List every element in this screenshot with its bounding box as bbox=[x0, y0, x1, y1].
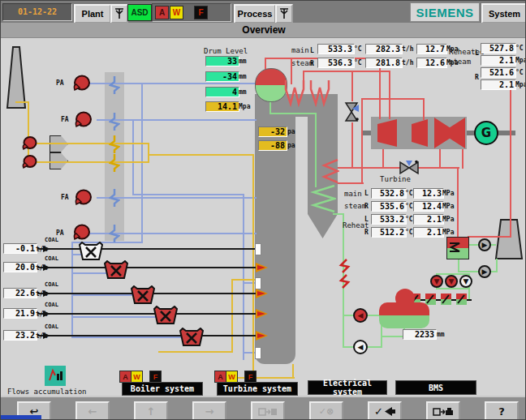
cooling-water-pump-icon[interactable]: ▶ bbox=[478, 238, 491, 251]
page-select-icon bbox=[114, 8, 124, 19]
temp-unit: °C bbox=[354, 59, 362, 66]
furnace-pressure-unit: pa bbox=[287, 128, 295, 135]
system-button[interactable]: System bbox=[481, 3, 526, 24]
superheater-coil-icon bbox=[309, 79, 330, 107]
pa-fan-icon[interactable] bbox=[71, 224, 91, 242]
asd-status-badge[interactable]: ASD bbox=[127, 4, 152, 21]
condensate-pump-icon[interactable]: ▼ bbox=[459, 275, 472, 288]
process-page-select-button[interactable] bbox=[275, 4, 293, 24]
pipe bbox=[231, 279, 256, 281]
pipe bbox=[315, 113, 317, 187]
condensate-pump-icon[interactable]: ▼ bbox=[430, 275, 443, 288]
pa-fan-icon[interactable] bbox=[71, 75, 91, 92]
drum-level-value: 33 bbox=[205, 56, 239, 66]
coal-mill-4[interactable] bbox=[153, 306, 178, 328]
datetime-display: 01-12-22 17:26:25 bbox=[2, 3, 72, 21]
turbine-main-label: main bbox=[344, 190, 362, 198]
turbine-alarm-f-badge[interactable]: F bbox=[244, 371, 257, 383]
steam-drum bbox=[255, 68, 287, 102]
electrical-system-button[interactable]: Electrical system bbox=[308, 380, 387, 395]
alarm-a-badge[interactable]: A bbox=[155, 6, 169, 19]
pipe bbox=[436, 288, 470, 289]
feedwater-pump-icon[interactable]: ◀ bbox=[353, 340, 368, 354]
copy-view-button[interactable] bbox=[251, 401, 285, 420]
acknowledge-alarm-button[interactable]: ✓ bbox=[368, 401, 402, 420]
pipe bbox=[381, 336, 405, 337]
fan-label: FA bbox=[61, 116, 69, 123]
press-unit: MPa bbox=[442, 190, 454, 197]
press-unit: Mpa bbox=[515, 57, 526, 64]
air-heater-element-icon bbox=[109, 188, 120, 208]
condenser-coil-icon bbox=[447, 238, 467, 257]
boiler-alarm-a-badge[interactable]: A bbox=[119, 371, 132, 383]
turbine-temp: 512.2 bbox=[371, 227, 407, 238]
coal-line bbox=[32, 335, 257, 336]
fa-fan-icon[interactable] bbox=[73, 189, 93, 207]
nav-left-button[interactable]: ← bbox=[75, 401, 110, 420]
flow-arrow-icon bbox=[43, 264, 50, 271]
page-select-icon bbox=[279, 8, 289, 19]
temp-unit: °C bbox=[405, 190, 413, 197]
coal-flow-value: 21.9 bbox=[3, 308, 37, 319]
coal-line bbox=[32, 248, 257, 250]
check-icon: ✓ bbox=[374, 405, 383, 418]
deaerator-level-value: 2233 bbox=[403, 329, 437, 340]
pipe bbox=[303, 71, 390, 72]
coal-flow-value: 22.6 bbox=[3, 288, 37, 298]
mill-feed-pump-icon[interactable] bbox=[21, 155, 37, 169]
coal-flow-value: -0.1 bbox=[3, 243, 37, 254]
cooling-water-pump-icon[interactable]: ▶ bbox=[478, 265, 491, 278]
condensate-pump-icon[interactable]: ▼ bbox=[445, 275, 458, 288]
plant-button[interactable]: Plant bbox=[74, 4, 111, 24]
acknowledge-disabled-button[interactable]: ✓⊗ bbox=[309, 401, 343, 420]
pipe bbox=[510, 90, 511, 238]
flows-accumulation-label: Flows accumulation bbox=[7, 388, 87, 396]
feedwater-pump-icon[interactable]: ◀ bbox=[353, 308, 368, 323]
side-tag: R bbox=[364, 203, 369, 210]
turbine-alarm-a-badge[interactable]: A bbox=[214, 371, 226, 383]
flow-arrow-icon bbox=[43, 246, 50, 252]
coal-label: COAL bbox=[45, 281, 58, 288]
alarm-f-badge[interactable]: F bbox=[194, 6, 208, 19]
check-cross-icon: ✓⊗ bbox=[319, 406, 334, 417]
boiler-alarm-f-badge[interactable]: F bbox=[149, 371, 162, 383]
print-screen-button[interactable] bbox=[426, 401, 460, 420]
alarm-w-badge[interactable]: W bbox=[170, 6, 183, 19]
turbine-system-button[interactable]: Turbine system bbox=[217, 382, 298, 396]
press-unit: MPa bbox=[442, 216, 454, 223]
reheat-press: 2.1 bbox=[481, 55, 516, 66]
mill-feed-pump-icon[interactable] bbox=[21, 136, 37, 151]
air-heater-element-icon bbox=[109, 153, 120, 173]
pipe bbox=[462, 149, 463, 169]
side-tag: L bbox=[475, 49, 479, 57]
flows-accumulation-icon[interactable] bbox=[45, 366, 66, 386]
burner-level-6 bbox=[255, 330, 269, 341]
plant-page-select-button[interactable] bbox=[110, 4, 128, 24]
pipe bbox=[361, 98, 363, 184]
boiler-alarm-w-badge[interactable]: W bbox=[131, 371, 143, 383]
superheater-coil-icon bbox=[284, 79, 305, 107]
turbine-alarm-w-badge[interactable]: W bbox=[226, 371, 238, 383]
fa-fan-icon[interactable] bbox=[73, 111, 93, 129]
process-button[interactable]: Process bbox=[234, 4, 276, 24]
coal-mill-3[interactable] bbox=[131, 285, 155, 307]
coal-mill-2[interactable] bbox=[104, 260, 128, 282]
steam-valve-icon[interactable] bbox=[343, 101, 360, 122]
drum-pressure-value: 14.1 bbox=[205, 101, 239, 112]
side-tag: R bbox=[364, 229, 369, 236]
coal-mill-1[interactable] bbox=[79, 242, 103, 264]
help-button[interactable]: ? bbox=[485, 401, 519, 420]
boiler-system-button[interactable]: Boiler system bbox=[122, 382, 203, 396]
bms-button[interactable]: BMS bbox=[395, 380, 476, 395]
nav-right-button[interactable]: → bbox=[192, 401, 226, 420]
bypass-valve-icon[interactable] bbox=[399, 160, 420, 176]
nav-up-button[interactable]: ↑ bbox=[134, 401, 168, 420]
copy-view-icon bbox=[258, 407, 278, 417]
pipe bbox=[351, 122, 353, 168]
turbine-title: Turbine bbox=[380, 175, 411, 183]
fan-label: FA bbox=[61, 194, 69, 201]
economizer-coil-icon bbox=[310, 184, 336, 215]
side-tag: L bbox=[364, 190, 369, 197]
coal-mill-5[interactable] bbox=[179, 328, 204, 349]
temp-unit: °C bbox=[405, 203, 413, 210]
